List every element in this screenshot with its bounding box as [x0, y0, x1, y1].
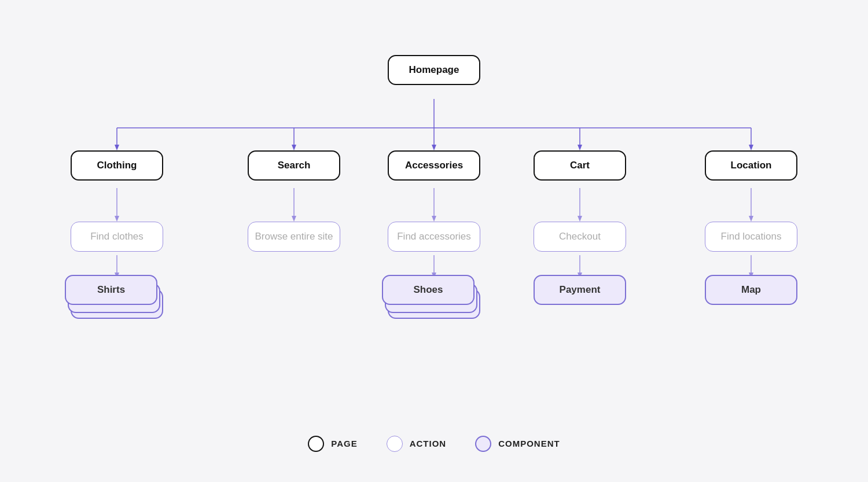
legend-component-label: COMPONENT	[498, 439, 560, 448]
legend-page-label: PAGE	[331, 439, 357, 448]
map-node: Map	[705, 275, 797, 305]
diagram-container: Homepage Clothing Search Accessories Car…	[29, 31, 839, 424]
svg-marker-7	[432, 145, 436, 150]
find-locations-node: Find locations	[705, 222, 797, 252]
svg-marker-11	[749, 145, 753, 150]
legend-page-icon	[308, 436, 324, 452]
legend-component: COMPONENT	[475, 436, 560, 452]
svg-marker-17	[432, 216, 436, 222]
shoes-stack: Shoes	[382, 275, 486, 341]
svg-marker-15	[292, 216, 296, 222]
find-clothes-node: Find clothes	[71, 222, 163, 252]
location-node: Location	[705, 150, 797, 181]
svg-marker-21	[749, 216, 753, 222]
legend-action-icon	[387, 436, 403, 452]
legend-action-label: ACTION	[410, 439, 447, 448]
svg-marker-13	[115, 216, 119, 222]
clothing-node: Clothing	[71, 150, 163, 181]
shoes-node: Shoes	[382, 275, 475, 305]
checkout-node: Checkout	[534, 222, 626, 252]
shirts-node: Shirts	[65, 275, 157, 305]
svg-marker-9	[578, 145, 582, 150]
shirts-stack: Shirts	[65, 275, 169, 341]
find-accessories-node: Find accessories	[388, 222, 480, 252]
payment-node: Payment	[534, 275, 626, 305]
accessories-node: Accessories	[388, 150, 480, 181]
browse-site-node: Browse entire site	[248, 222, 340, 252]
legend-page: PAGE	[308, 436, 357, 452]
homepage-node: Homepage	[388, 55, 480, 85]
legend: PAGE ACTION COMPONENT	[308, 436, 560, 452]
svg-marker-3	[115, 145, 119, 150]
legend-component-icon	[475, 436, 491, 452]
svg-marker-5	[292, 145, 296, 150]
cart-node: Cart	[534, 150, 626, 181]
svg-marker-19	[578, 216, 582, 222]
legend-action: ACTION	[387, 436, 447, 452]
search-node: Search	[248, 150, 340, 181]
